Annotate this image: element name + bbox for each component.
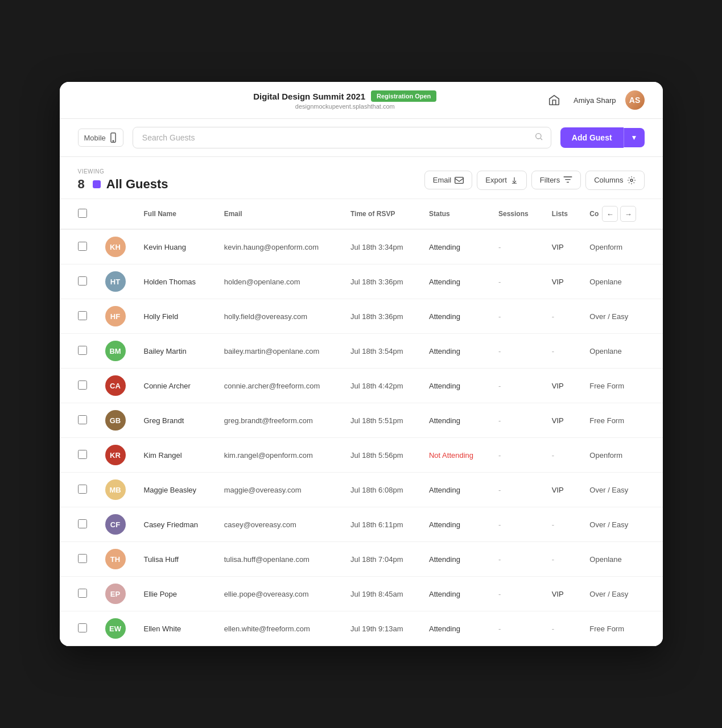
- table-row[interactable]: EW Ellen White ellen.white@freeform.com …: [60, 611, 663, 646]
- columns-icon: [627, 176, 636, 185]
- home-icon[interactable]: [544, 90, 564, 110]
- row-avatar: BM: [105, 341, 126, 361]
- table-row[interactable]: TH Tulisa Huff tulisa.huff@openlane.com …: [60, 542, 663, 577]
- row-company: Over / Easy: [580, 577, 662, 611]
- row-time-of-rsvp: Jul 18th 5:51pm: [341, 403, 420, 438]
- row-avatar-cell: BM: [96, 334, 135, 369]
- row-checkbox-cell: [60, 403, 96, 438]
- table-row[interactable]: CA Connie Archer connie.archer@freeform.…: [60, 369, 663, 403]
- columns-button[interactable]: Columns: [585, 171, 644, 190]
- th-full-name[interactable]: Full Name: [135, 199, 215, 230]
- table-row[interactable]: HF Holly Field holly.field@overeasy.com …: [60, 299, 663, 334]
- th-time-of-rsvp[interactable]: Time of RSVP: [341, 199, 420, 230]
- table-row[interactable]: KH Kevin Huang kevin.haung@openform.com …: [60, 229, 663, 264]
- export-button[interactable]: Export: [477, 171, 527, 190]
- row-checkbox[interactable]: [78, 519, 87, 528]
- row-email: ellen.white@freeform.com: [215, 611, 341, 646]
- row-checkbox[interactable]: [78, 311, 87, 320]
- row-company: Openlane: [580, 542, 662, 577]
- table-header-row: Full Name Email Time of RSVP Status Sess…: [60, 199, 663, 230]
- row-sessions: -: [489, 403, 543, 438]
- row-status: Not Attending: [420, 438, 489, 473]
- row-sessions: -: [489, 507, 543, 542]
- top-bar: Digital Design Summit 2021 Registration …: [60, 82, 663, 119]
- row-sessions: -: [489, 369, 543, 403]
- row-status: Attending: [420, 369, 489, 403]
- row-avatar-cell: CA: [96, 369, 135, 403]
- row-company: Over / Easy: [580, 473, 662, 507]
- row-checkbox-cell: [60, 299, 96, 334]
- row-checkbox[interactable]: [78, 415, 87, 424]
- row-full-name: Holly Field: [135, 299, 215, 334]
- table-row[interactable]: EP Ellie Pope ellie.pope@overeasy.com Ju…: [60, 577, 663, 611]
- search-input[interactable]: [133, 127, 551, 148]
- row-lists: -: [543, 542, 581, 577]
- row-checkbox[interactable]: [78, 242, 87, 251]
- row-checkbox-cell: [60, 438, 96, 473]
- row-time-of-rsvp: Jul 18th 3:34pm: [341, 229, 420, 264]
- guests-header: VIEWING 8 All Guests Email Export: [60, 157, 663, 198]
- add-guest-dropdown-button[interactable]: ▼: [624, 128, 645, 147]
- filters-button[interactable]: Filters: [531, 171, 581, 189]
- row-lists: VIP: [543, 473, 581, 507]
- email-label: Email: [433, 176, 452, 184]
- registration-badge: Registration Open: [371, 90, 436, 102]
- row-company: Openform: [580, 438, 662, 473]
- table-row[interactable]: HT Holden Thomas holden@openlane.com Jul…: [60, 264, 663, 299]
- select-all-checkbox[interactable]: [78, 209, 87, 218]
- row-full-name: Tulisa Huff: [135, 542, 215, 577]
- row-avatar-cell: KH: [96, 229, 135, 264]
- table-row[interactable]: MB Maggie Beasley maggie@overeasy.com Ju…: [60, 473, 663, 507]
- svg-rect-3: [455, 177, 464, 183]
- row-checkbox[interactable]: [78, 276, 87, 286]
- row-checkbox-cell: [60, 507, 96, 542]
- prev-column-button[interactable]: ←: [602, 206, 618, 222]
- svg-point-2: [535, 134, 541, 139]
- row-status: Attending: [420, 577, 489, 611]
- event-title: Digital Design Summit 2021: [253, 92, 365, 101]
- email-button[interactable]: Email: [424, 171, 473, 189]
- row-avatar: EP: [105, 584, 126, 604]
- row-checkbox-cell: [60, 473, 96, 507]
- row-lists: -: [543, 299, 581, 334]
- row-email: connie.archer@freeform.com: [215, 369, 341, 403]
- next-column-button[interactable]: →: [620, 206, 636, 222]
- row-email: kevin.haung@openform.com: [215, 229, 341, 264]
- row-checkbox[interactable]: [78, 485, 87, 494]
- row-checkbox[interactable]: [78, 554, 87, 563]
- row-avatar-cell: KR: [96, 438, 135, 473]
- row-full-name: Connie Archer: [135, 369, 215, 403]
- row-lists: VIP: [543, 369, 581, 403]
- row-checkbox[interactable]: [78, 380, 87, 390]
- row-checkbox[interactable]: [78, 346, 87, 355]
- title-section: VIEWING 8 All Guests: [78, 168, 168, 192]
- row-time-of-rsvp: Jul 18th 3:36pm: [341, 299, 420, 334]
- row-checkbox-cell: [60, 577, 96, 611]
- th-sessions[interactable]: Sessions: [489, 199, 543, 230]
- mobile-button[interactable]: Mobile: [78, 129, 123, 147]
- th-lists[interactable]: Lists: [543, 199, 581, 230]
- row-status: Attending: [420, 611, 489, 646]
- row-time-of-rsvp: Jul 19th 9:13am: [341, 611, 420, 646]
- row-checkbox[interactable]: [78, 450, 87, 459]
- th-status[interactable]: Status: [420, 199, 489, 230]
- row-checkbox[interactable]: [78, 589, 87, 598]
- row-lists: VIP: [543, 403, 581, 438]
- row-full-name: Maggie Beasley: [135, 473, 215, 507]
- table-row[interactable]: BM Bailey Martin bailey.martin@openlane.…: [60, 334, 663, 369]
- table-row[interactable]: KR Kim Rangel kim.rangel@openform.com Ju…: [60, 438, 663, 473]
- svg-point-4: [630, 179, 633, 181]
- toolbar: Mobile Add Guest ▼: [60, 119, 663, 157]
- th-email[interactable]: Email: [215, 199, 341, 230]
- add-guest-button[interactable]: Add Guest: [560, 127, 624, 148]
- row-full-name: Kevin Huang: [135, 229, 215, 264]
- row-email: tulisa.huff@openlane.com: [215, 542, 341, 577]
- table-row[interactable]: CF Casey Friedman casey@overeasy.com Jul…: [60, 507, 663, 542]
- top-bar-right: Amiya Sharp AS: [544, 90, 644, 110]
- table-row[interactable]: GB Greg Brandt greg.brandt@freeform.com …: [60, 403, 663, 438]
- row-company: Free Form: [580, 611, 662, 646]
- row-email: holden@openlane.com: [215, 264, 341, 299]
- row-checkbox[interactable]: [78, 623, 87, 632]
- th-company[interactable]: Co ← →: [580, 199, 662, 229]
- row-time-of-rsvp: Jul 18th 4:42pm: [341, 369, 420, 403]
